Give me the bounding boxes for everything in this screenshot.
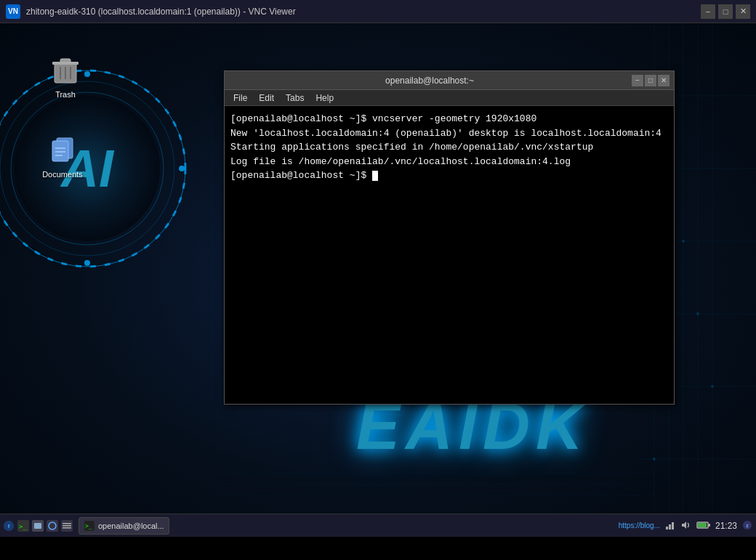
volume-icon — [680, 519, 692, 532]
svg-text:z: z — [746, 523, 749, 528]
taskbar-icon-browser[interactable] — [47, 520, 58, 532]
close-button[interactable]: ✕ — [736, 4, 750, 19]
svg-point-28 — [179, 166, 185, 171]
svg-marker-59 — [682, 522, 686, 529]
terminal-menu-edit[interactable]: Edit — [253, 90, 280, 105]
terminal-close-button[interactable]: ✕ — [658, 75, 669, 86]
taskbar-system-tray: https://blog... — [619, 519, 753, 532]
terminal-line-1: [openailab@localhost ~]$ vncserver -geom… — [230, 112, 668, 126]
svg-rect-56 — [666, 527, 668, 529]
svg-rect-51 — [63, 523, 71, 524]
terminal-title: openailab@localhost:~ — [229, 76, 630, 86]
minimize-button[interactable]: − — [701, 4, 715, 19]
taskbar-terminal-icon: >_ — [84, 520, 95, 532]
terminal-prompt: [openailab@localhost ~]$ — [230, 169, 668, 183]
svg-point-15 — [711, 385, 714, 388]
svg-text:f: f — [8, 523, 10, 529]
taskbar-terminal-task[interactable]: >_ openailab@local... — [79, 517, 169, 535]
svg-rect-61 — [708, 524, 710, 527]
taskbar-icon-terminal[interactable]: >_ — [17, 520, 29, 532]
trash-label: Trash — [36, 90, 94, 99]
maximize-button[interactable]: □ — [718, 4, 733, 19]
svg-rect-38 — [52, 141, 68, 161]
svg-point-14 — [696, 312, 699, 315]
taskbar-fedora-button[interactable]: f — [3, 520, 15, 532]
documents-label: Documents — [33, 170, 92, 179]
svg-rect-47 — [34, 523, 41, 529]
terminal-line-3: New 'localhost.localdomain:4 (openailab)… — [230, 126, 668, 141]
taskbar-time: 21:23 — [715, 521, 737, 531]
taskbar-icon-settings[interactable] — [61, 520, 73, 532]
terminal-minimize-button[interactable]: − — [632, 75, 643, 86]
desktop-icon-trash[interactable]: Trash — [36, 52, 94, 99]
terminal-line-5: Starting applications specified in /home… — [230, 140, 668, 155]
svg-text:>_: >_ — [19, 523, 27, 530]
terminal-window: openailab@localhost:~ − □ ✕ File Edit Ta… — [224, 70, 675, 405]
svg-text:>_: >_ — [85, 523, 92, 529]
terminal-maximize-button[interactable]: □ — [645, 75, 656, 86]
window-controls: − □ ✕ — [701, 4, 750, 19]
taskbar-icon-files[interactable] — [32, 520, 44, 532]
desktop: AI EAIDK Trash — [0, 23, 756, 537]
ai-circle-decoration: AI — [0, 67, 189, 270]
terminal-menu-help[interactable]: Help — [310, 90, 339, 105]
desktop-icon-documents[interactable]: Documents — [33, 132, 92, 179]
network-icon — [664, 519, 676, 532]
svg-point-16 — [653, 458, 656, 460]
taskbar: f >_ — [0, 514, 756, 537]
terminal-menu-tabs[interactable]: Tabs — [280, 90, 310, 105]
svg-rect-58 — [672, 522, 674, 529]
taskbar-link[interactable]: https://blog... — [619, 522, 660, 529]
vnc-logo: VN — [6, 4, 20, 19]
terminal-menu-file[interactable]: File — [228, 90, 253, 105]
svg-rect-53 — [63, 527, 71, 529]
taskbar-terminal-label: openailab@local... — [98, 522, 164, 530]
terminal-menu: File Edit Tabs Help — [225, 90, 674, 106]
battery-icon — [696, 521, 711, 531]
trash-icon — [48, 52, 83, 87]
titlebar: VN zhitong-eaidk-310 (localhost.localdom… — [0, 0, 756, 23]
terminal-content[interactable]: [openailab@localhost ~]$ vncserver -geom… — [225, 106, 674, 404]
svg-rect-33 — [52, 62, 79, 65]
svg-rect-52 — [63, 525, 71, 527]
terminal-line-6: Log file is /home/openailab/.vnc/localho… — [230, 155, 668, 169]
documents-icon — [45, 132, 80, 167]
terminal-titlebar: openailab@localhost:~ − □ ✕ — [225, 71, 674, 90]
svg-point-29 — [84, 260, 90, 266]
svg-rect-57 — [669, 524, 671, 529]
svg-point-13 — [682, 240, 685, 243]
svg-rect-62 — [698, 523, 707, 527]
terminal-cursor — [372, 171, 378, 181]
tray-extra-icon: z — [741, 519, 753, 532]
window-title: zhitong-eaidk-310 (localhost.localdomain… — [26, 7, 701, 17]
